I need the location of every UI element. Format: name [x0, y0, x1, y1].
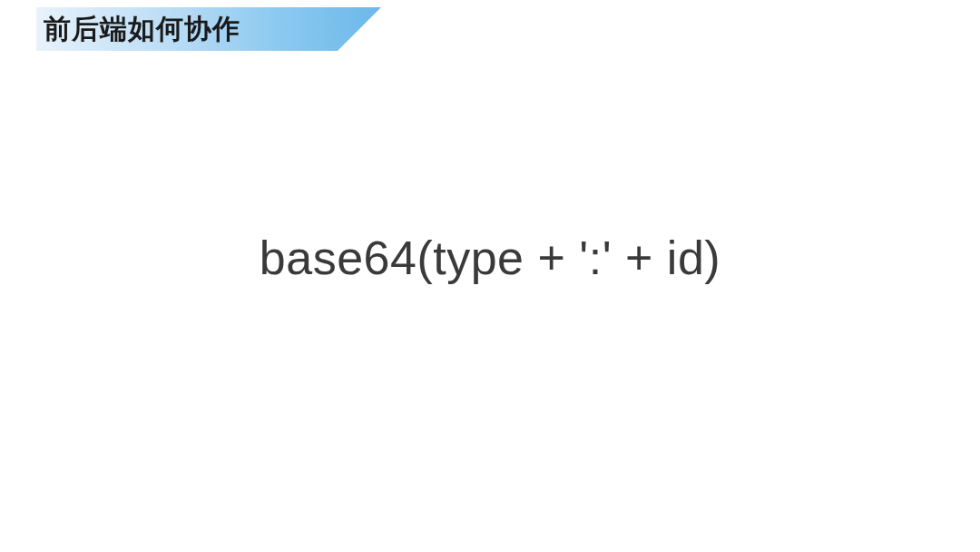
slide-title: 前后端如何协作 — [36, 11, 240, 48]
slide-header-banner: 前后端如何协作 — [36, 7, 240, 51]
slide-main-content: base64(type + ':' + id) — [0, 0, 980, 552]
formula-text: base64(type + ':' + id) — [260, 231, 720, 285]
